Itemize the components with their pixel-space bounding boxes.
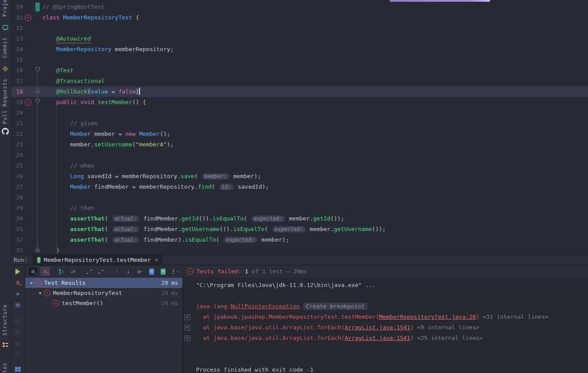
code-text[interactable]: assertThat( actual: findMember.getId()).… [42,213,588,224]
line-number[interactable]: 31 [11,224,23,235]
close-icon[interactable]: × [155,257,158,263]
line-number[interactable]: 33 [11,245,23,254]
code-line-24[interactable]: 24 [11,150,588,160]
fold-marker[interactable] [35,97,40,108]
sidebar-item-pull-requests[interactable]: Pull Requests [2,78,8,124]
coverage-icon[interactable] [14,341,21,346]
line-number[interactable]: 19 [11,97,23,108]
code-text[interactable] [42,108,588,118]
pin-tab-icon[interactable] [14,319,21,325]
code-line-29[interactable]: 29 // then [11,203,588,213]
gutter[interactable]: 28 [11,192,42,203]
structure-icon[interactable] [2,341,9,348]
fold-marker[interactable] [35,65,40,76]
gutter[interactable]: 13 [11,34,42,44]
test-history-button[interactable]: ↺▾ [135,267,145,276]
commit-icon[interactable] [2,65,9,72]
sidebar-item-structure[interactable]: Structure [2,304,8,336]
code-line-26[interactable]: 26 Long savedId = memberRepository.save(… [11,171,588,182]
code-text[interactable]: public void testMember() { [42,97,588,108]
code-text[interactable]: Long savedId = memberRepository.save( me… [42,171,588,182]
expand-all-button[interactable]: ↗↙ [84,267,94,276]
collapse-all-button[interactable]: ↙↗ [96,267,106,276]
code-text[interactable]: // given [42,118,588,129]
show-passed-button[interactable]: ≡✓ [28,266,38,276]
code-line-12[interactable]: 12 [11,23,588,34]
code-text[interactable]: // when [42,160,588,171]
code-line-32[interactable]: 32 assertThat( actual: findMember).isEqu… [11,235,588,245]
stack-trace-link[interactable]: ArrayList.java:1541 [345,335,411,341]
code-text[interactable] [42,23,588,34]
run-console[interactable]: "C:\Program Files\Java\jdk-11.0.12\bin\j… [183,277,588,373]
line-number[interactable]: 30 [11,213,23,224]
project-icon[interactable] [2,24,9,31]
code-line-10[interactable]: 10// @SpringBootTest [11,2,588,12]
create-breakpoint-hint[interactable]: Create breakpoint [303,302,367,310]
restore-layout-icon[interactable] [14,367,21,372]
code-text[interactable]: Member member = new Member(); [42,129,588,139]
gutter[interactable]: 26 [11,171,42,182]
gutter[interactable]: 22 [11,129,42,139]
gutter[interactable]: 11✕ [11,12,42,23]
code-line-19[interactable]: 19✕ public void testMember() { [11,97,588,108]
fold-expand-icon[interactable]: + [185,336,190,341]
gutter[interactable]: 14 [11,44,42,55]
code-text[interactable]: @Rollback(value = false) [42,86,588,97]
rerun-button[interactable] [14,269,21,275]
line-number[interactable]: 32 [11,235,23,245]
code-text[interactable]: assertThat( actual: findMember.getUserna… [42,224,588,235]
code-editor[interactable]: 10// @SpringBootTest11✕class MemberRepos… [11,0,588,254]
sidebar-item-commit[interactable]: Commit [2,37,8,58]
line-number[interactable]: 26 [11,171,23,182]
sidebar-item-favorites[interactable]: tes [2,362,8,373]
code-line-11[interactable]: 11✕class MemberRepositoryTest { [11,12,588,23]
line-number[interactable]: 13 [11,34,23,44]
show-failed-button[interactable]: ≡✕ [40,267,50,276]
line-number[interactable]: 17 [11,76,23,86]
line-number[interactable]: 22 [11,129,23,139]
rerun-failed-tests-button[interactable]: ≡✕ [14,280,21,286]
fold-expand-icon[interactable]: + [185,325,190,331]
gutter[interactable]: 27 [11,182,42,192]
chevron-down-icon[interactable]: ▼ [37,291,44,295]
code-text[interactable]: @Test [42,65,588,76]
gutter[interactable]: 29 [11,203,42,213]
test-tree-row[interactable]: ▼✕MemberRepositoryTest29 ms [25,288,182,298]
gutter[interactable]: 30 [11,213,42,224]
test-tree-row[interactable]: ▼✕Test Results29 ms [25,278,182,288]
sort-by-duration-button[interactable]: ↓≡ [68,267,78,276]
gutter[interactable]: 32 [11,235,42,245]
gutter[interactable]: 16 [11,65,42,76]
line-number[interactable]: 11 [11,12,23,23]
github-icon[interactable] [2,128,9,135]
next-failed-test-button[interactable]: ↓ [124,267,133,276]
line-number[interactable]: 21 [11,118,23,129]
gutter[interactable]: 33 [11,245,42,254]
code-text[interactable]: @Autowired [42,34,588,44]
line-number[interactable]: 28 [11,192,23,203]
code-text[interactable]: // then [42,203,588,213]
line-number[interactable]: 15 [11,55,23,65]
gutter[interactable]: 31 [11,224,42,235]
import-test-results-button[interactable] [147,267,156,276]
sort-alphabetically-button[interactable]: AZ↕ [57,267,66,276]
export-test-results-button[interactable] [158,267,168,276]
code-text[interactable]: } [42,245,588,254]
sidebar-item-project[interactable]: Proje [2,0,8,17]
line-number[interactable]: 16 [11,65,23,76]
code-line-28[interactable]: 28 [11,192,588,203]
code-line-15[interactable]: 15 [11,55,588,65]
code-line-30[interactable]: 30 assertThat( actual: findMember.getId(… [11,213,588,224]
chevron-down-icon[interactable]: ▼ [28,281,35,285]
code-line-22[interactable]: 22 Member member = new Member(); [11,129,588,139]
gutter[interactable]: 23 [11,139,42,150]
gutter[interactable]: 20 [11,108,42,118]
line-number[interactable]: 12 [11,23,23,34]
gutter[interactable]: 12 [11,23,42,34]
code-line-21[interactable]: 21 // given [11,118,588,129]
fold-marker[interactable] [35,245,40,254]
code-text[interactable] [42,55,588,65]
code-text[interactable]: member.setUsername("memberA"); [42,139,588,150]
code-line-13[interactable]: 13 @Autowired [11,34,588,44]
code-text[interactable]: class MemberRepositoryTest { [42,12,588,23]
